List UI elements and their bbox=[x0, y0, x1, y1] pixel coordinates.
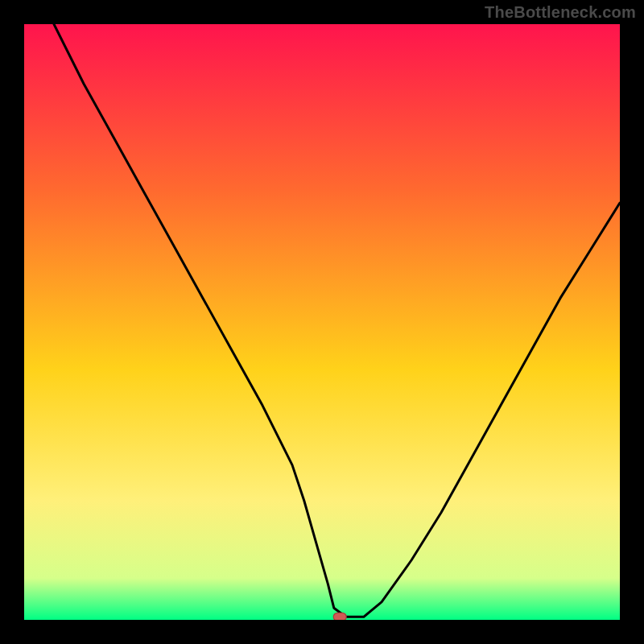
chart-frame: TheBottleneck.com bbox=[0, 0, 644, 644]
plot-area bbox=[24, 24, 620, 620]
watermark-text: TheBottleneck.com bbox=[485, 3, 636, 22]
plot-svg bbox=[24, 24, 620, 620]
optimum-marker bbox=[333, 613, 346, 620]
gradient-background bbox=[24, 24, 620, 620]
